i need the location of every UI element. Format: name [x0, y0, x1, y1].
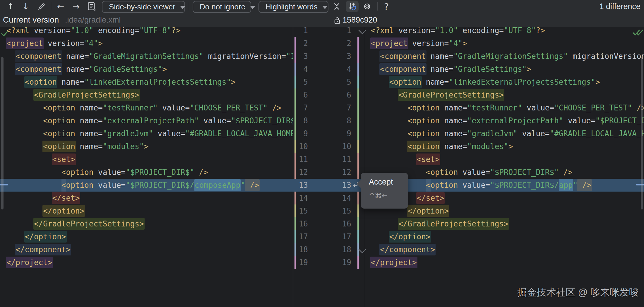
edit-icon[interactable]	[35, 0, 48, 13]
code-token: name=	[440, 116, 467, 125]
code-token	[6, 207, 43, 215]
code-token: >	[508, 142, 513, 151]
sync-scrolling-icon[interactable]	[346, 0, 359, 13]
highlight-mode-dropdown[interactable]: Highlight words	[258, 1, 328, 13]
code-token: <GradleProjectSettings>	[398, 89, 504, 101]
line-number: 9	[337, 127, 351, 140]
help-icon[interactable]: ?	[380, 0, 393, 13]
code-line: </GradleProjectSettings>	[371, 217, 508, 230]
left-code-pane[interactable]: <?xml version="1.0" encoding="UTF-8"?><p…	[0, 27, 293, 307]
line-number: 1	[337, 27, 351, 37]
code-token: name=	[440, 129, 467, 138]
code-line: <set>	[6, 153, 75, 166]
code-token: </option>	[407, 205, 449, 217]
code-line: <option name="linkedExternalProjectsSett…	[6, 76, 236, 88]
code-token: >	[595, 78, 600, 86]
diff-editor-area: <?xml version="1.0" encoding="UTF-8"?><p…	[0, 27, 644, 307]
code-token	[6, 155, 52, 164]
code-line: <option name="modules">	[371, 140, 513, 153]
diff-gutter: 1122334455667788991010111112121313141415…	[293, 27, 364, 307]
code-token: "1.0"	[435, 27, 458, 35]
code-line: </option>	[6, 204, 84, 217]
right-scrollbar-thumb[interactable]	[641, 57, 643, 209]
diff-viewer-window: { "toolbar": { "viewer_dropdown": "Side-…	[0, 0, 644, 307]
code-token: />	[245, 179, 260, 191]
code-token	[6, 168, 61, 177]
left-scrollbar-thumb[interactable]	[1, 57, 4, 209]
code-token: encoding=	[93, 27, 139, 35]
code-token: "testRunner"	[103, 103, 158, 112]
code-token: "4"	[449, 39, 463, 48]
code-token	[371, 103, 407, 112]
accept-button[interactable]: Accept	[369, 178, 393, 187]
scope-color-strip	[357, 50, 359, 63]
code-token: "$PROJECT_DIR$"	[490, 168, 559, 177]
line-number: 4	[295, 63, 308, 76]
code-token: </option>	[389, 231, 431, 243]
code-token: ?>	[536, 27, 545, 35]
code-token: "linkedExternalProjectsSettings"	[449, 78, 595, 86]
line-number: 11	[337, 153, 351, 166]
document-viewer-icon[interactable]	[85, 0, 98, 13]
viewer-mode-dropdown[interactable]: Side-by-side viewer	[102, 1, 185, 13]
code-token: "GradleMigrationSettings"	[453, 52, 568, 61]
line-number: 16	[337, 217, 351, 230]
code-token: <GradleProjectSettings>	[33, 89, 140, 101]
left-file-path: .idea/gradle.xml	[65, 13, 121, 27]
code-token: />	[268, 103, 281, 112]
code-token: "$PROJECT_DIR$/	[490, 181, 559, 190]
code-token: value=	[458, 181, 490, 190]
code-token: />	[194, 168, 208, 177]
watermark: 掘金技术社区 @ 哆来咪发唆	[517, 286, 639, 299]
highlight-mode-label: Highlight words	[259, 2, 318, 11]
code-token: <set>	[416, 154, 440, 165]
code-token: <option	[407, 129, 440, 138]
all-applied-double-check-icon	[632, 28, 643, 37]
scope-color-strip	[357, 192, 359, 204]
tooltip-arrow	[357, 180, 361, 188]
next-change-icon[interactable]: ↓	[19, 0, 32, 13]
scope-color-strip	[357, 153, 359, 166]
chevron-down-icon	[180, 6, 185, 9]
code-token: >	[527, 65, 531, 74]
forward-icon[interactable]: →	[70, 0, 83, 13]
code-token: <option	[43, 103, 75, 112]
code-token: >	[98, 39, 103, 48]
code-line: <component name="GradleMigrationSettings…	[6, 50, 293, 63]
prev-change-icon[interactable]: ↑	[4, 0, 17, 13]
ignore-policy-dropdown[interactable]: Do not ignore	[193, 1, 251, 13]
code-line: </option>	[6, 230, 66, 243]
code-token: "$PROJECT_DIR$"	[231, 116, 293, 125]
code-line: <option name="testRunner" value="CHOOSE_…	[6, 101, 281, 114]
code-token: </option>	[42, 205, 85, 217]
code-token: value=	[458, 168, 490, 177]
accept-tooltip: Accept ^⌘←	[361, 173, 408, 209]
diff-word: composeApp	[194, 179, 241, 191]
settings-gear-icon[interactable]	[361, 0, 374, 13]
scope-color-strip	[357, 230, 359, 243]
revision-hash: 1589c920	[342, 16, 377, 25]
code-token: >	[144, 142, 149, 151]
code-line: </component>	[6, 243, 71, 256]
line-number: 16	[295, 217, 308, 230]
right-code-pane[interactable]: <?xml version="1.0" encoding="UTF-8"?><p…	[364, 27, 644, 307]
chevron-down-icon	[322, 6, 328, 9]
code-line: <option name="externalProjectPath" value…	[6, 114, 293, 127]
code-token	[6, 142, 43, 151]
line-number: 12	[295, 166, 308, 179]
code-token: />	[577, 179, 592, 191]
code-token	[6, 52, 16, 61]
code-token: "$PROJECT_DIR$"	[126, 168, 194, 177]
back-icon[interactable]: ←	[54, 0, 67, 13]
code-line: </project>	[371, 256, 417, 269]
line-number: 5	[337, 76, 351, 88]
code-line: <option name="linkedExternalProjectsSett…	[371, 76, 600, 88]
code-token: version=	[43, 39, 84, 48]
code-token: <project	[6, 37, 44, 49]
code-token: migrationVersion=	[203, 52, 286, 61]
code-token: </option>	[24, 231, 67, 243]
left-version-title: Current version	[3, 13, 59, 27]
collapse-unchanged-icon[interactable]	[330, 0, 343, 13]
code-token: value=	[563, 116, 595, 125]
line-number: 1	[295, 27, 308, 37]
